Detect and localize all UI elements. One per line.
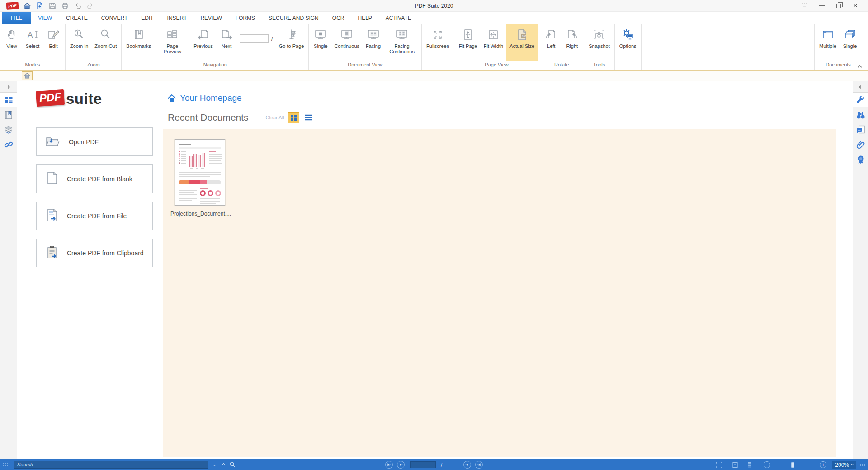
menu-tab-edit[interactable]: EDIT [134, 12, 160, 24]
multiple-documents-button[interactable]: Multiple [816, 24, 840, 61]
statusbar-grip[interactable] [3, 463, 9, 466]
continuous-view-button[interactable]: Continuous [331, 24, 363, 61]
select-mode-button[interactable]: A Select [22, 24, 43, 61]
zoom-slider-handle[interactable] [791, 462, 794, 468]
fullscreen-toggle-icon[interactable] [802, 3, 807, 8]
comments-panel-tab[interactable] [853, 122, 868, 137]
menu-tab-activate[interactable]: ACTIVATE [379, 12, 418, 24]
fit-view-status-button[interactable] [715, 461, 723, 469]
fit-width-button[interactable]: Fit Width [481, 24, 506, 61]
grid-view-button[interactable] [288, 112, 299, 123]
current-page-input[interactable] [410, 461, 436, 468]
list-view-button[interactable] [303, 112, 314, 123]
thumbnails-panel-tab[interactable] [0, 92, 17, 107]
links-panel-tab[interactable] [0, 137, 17, 152]
options-button[interactable]: Options [616, 24, 640, 61]
page-preview-button[interactable]: Page Preview [154, 24, 190, 61]
group-label: Navigation [122, 61, 308, 70]
attachments-panel-tab[interactable] [853, 137, 868, 152]
menu-tab-help[interactable]: HELP [351, 12, 378, 24]
close-button[interactable] [853, 2, 858, 10]
menu-tab-ocr[interactable]: OCR [326, 12, 351, 24]
menu-tab-create[interactable]: CREATE [59, 12, 94, 24]
create-pdf-from-file-button[interactable]: Create PDF from File [36, 202, 153, 230]
page-number-input[interactable] [240, 34, 269, 43]
grid-icon [290, 114, 297, 121]
next-page-icon [219, 28, 234, 42]
bookmarks-panel-tab[interactable] [0, 107, 17, 122]
zoom-in-button[interactable]: Zoom In [67, 24, 91, 61]
status-bar: / − + 200% [0, 459, 868, 470]
bookmarks-button[interactable]: Bookmarks [123, 24, 154, 61]
edit-mode-button[interactable]: Edit [43, 24, 64, 61]
menu-tab-forms[interactable]: FORMS [229, 12, 262, 24]
facing-view-button[interactable]: Facing [363, 24, 384, 61]
continuous-status-button[interactable] [745, 461, 754, 469]
restore-button[interactable] [836, 4, 841, 8]
go-to-page-button[interactable]: Go to Page [276, 24, 307, 61]
menu-tab-insert[interactable]: INSERT [160, 12, 194, 24]
expand-panel-button[interactable] [0, 81, 17, 92]
single-documents-button[interactable]: Single [840, 24, 860, 61]
layers-panel-tab[interactable] [0, 122, 17, 137]
collapse-ribbon-button[interactable] [858, 62, 864, 68]
menu-tab-secure-and-sign[interactable]: SECURE AND SIGN [262, 12, 326, 24]
document-tab-strip [0, 70, 868, 81]
zoom-out-button[interactable]: Zoom Out [91, 24, 120, 61]
view-mode-button[interactable]: View [1, 24, 22, 61]
search-panel-tab[interactable] [853, 107, 868, 122]
facing-continuous-view-button[interactable]: Facing Continuous [384, 24, 420, 61]
next-page-button[interactable]: Next [216, 24, 237, 61]
menu-tab-file[interactable]: FILE [2, 12, 31, 24]
minimize-button[interactable] [819, 5, 825, 6]
next-page-status-button[interactable] [463, 461, 471, 469]
recent-documents-panel: Projections_Document.... [163, 129, 836, 457]
snapshot-button[interactable]: Snapshot [585, 24, 613, 61]
last-page-button[interactable] [475, 461, 483, 469]
thumb-paragraph [179, 172, 221, 177]
single-page-status-button[interactable] [731, 461, 739, 469]
ribbon-group-tools: Snapshot Tools [584, 24, 614, 70]
zoom-slider[interactable] [774, 465, 816, 465]
recent-document-card[interactable]: Projections_Document.... [175, 139, 225, 217]
fullscreen-button[interactable]: Fullscreen [423, 24, 453, 61]
clear-all-link[interactable]: Clear All [266, 115, 284, 120]
create-pdf-from-blank-button[interactable]: Create PDF from Blank [36, 164, 153, 193]
zoom-out-status-button[interactable]: − [764, 461, 770, 468]
search-icon[interactable] [229, 461, 236, 468]
search-next-button[interactable] [211, 461, 217, 468]
open-pdf-button[interactable]: Open PDF [36, 127, 153, 156]
text-select-icon: A [25, 28, 40, 42]
zoom-level-dropdown[interactable]: 200% [832, 461, 856, 469]
page-number-wrap: / [237, 34, 276, 43]
group-label: Page View [454, 61, 539, 70]
hand-icon [5, 28, 19, 42]
resize-grip[interactable] [860, 464, 866, 466]
button-label: Fit Width [484, 43, 503, 49]
menu-tab-review[interactable]: REVIEW [193, 12, 228, 24]
zoom-in-status-button[interactable]: + [820, 461, 826, 468]
menu-tab-convert[interactable]: CONVERT [94, 12, 134, 24]
actual-size-button[interactable]: 100 Actual Size [506, 24, 538, 61]
home-tab[interactable] [22, 71, 33, 80]
group-label: Document View [309, 61, 421, 70]
collapse-right-panel-button[interactable] [853, 81, 868, 92]
menu-tab-view[interactable]: VIEW [31, 12, 59, 24]
rotate-right-button[interactable]: Right [561, 24, 582, 61]
single-view-button[interactable]: Single [310, 24, 331, 61]
fit-page-button[interactable]: Fit Page [456, 24, 481, 61]
create-pdf-from-clipboard-button[interactable]: Create PDF from Clipboard [36, 239, 153, 267]
binoculars-icon [856, 110, 866, 120]
rotate-left-button[interactable]: Left [541, 24, 561, 61]
document-thumbnail[interactable] [175, 139, 225, 206]
previous-page-status-button[interactable] [397, 461, 405, 469]
tools-panel-tab[interactable] [853, 92, 868, 107]
zoom-level-value: 200% [835, 462, 849, 468]
button-label: Go to Page [279, 43, 304, 49]
first-page-button[interactable] [385, 461, 393, 469]
previous-page-button[interactable]: Previous [190, 24, 216, 61]
search-previous-button[interactable] [220, 461, 226, 468]
workspace: PDF suite Open PDF Create PDF from Blank [0, 81, 868, 459]
signatures-panel-tab[interactable] [853, 152, 868, 167]
search-input[interactable] [14, 461, 208, 469]
